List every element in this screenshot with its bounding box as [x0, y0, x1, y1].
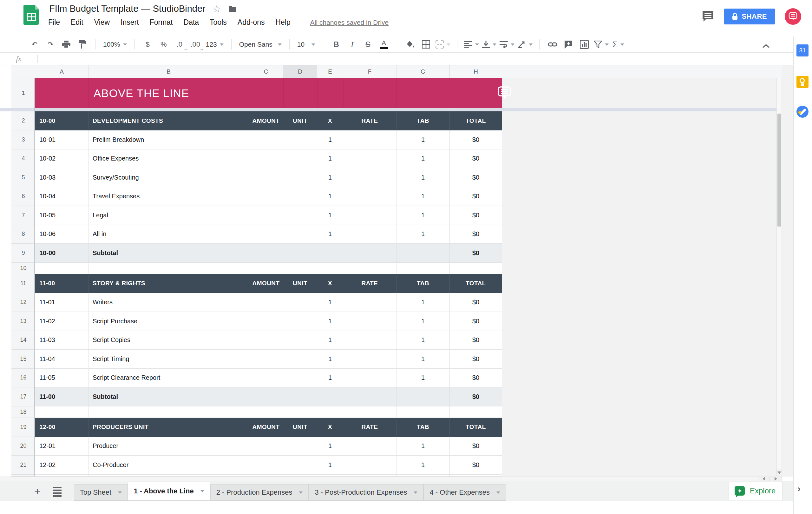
cell[interactable]: RATE — [343, 274, 397, 293]
cell[interactable]: 1 — [397, 187, 450, 206]
row-header[interactable]: 7 — [11, 206, 35, 225]
cell[interactable] — [283, 131, 317, 149]
row-header[interactable]: 11 — [11, 274, 35, 293]
cell[interactable]: $0 — [450, 225, 502, 244]
cell[interactable]: $0 — [450, 168, 502, 187]
cell[interactable] — [283, 456, 317, 475]
functions-button[interactable]: Σ — [612, 38, 625, 51]
cell[interactable] — [343, 350, 397, 369]
cell[interactable] — [249, 406, 283, 418]
increase-decimal-button[interactable]: .00→ — [189, 38, 202, 51]
scroll-right-button[interactable] — [770, 477, 782, 481]
expand-panel-chevron[interactable]: › — [798, 483, 801, 494]
cell[interactable]: Producer — [88, 437, 249, 456]
cell[interactable]: Legal — [88, 206, 249, 225]
cell[interactable]: 10-00 — [35, 244, 88, 263]
cell[interactable]: 1 — [317, 437, 343, 456]
row-header[interactable]: 10 — [11, 263, 35, 274]
cell[interactable]: Survey/Scouting — [88, 168, 249, 187]
row-header[interactable]: 15 — [11, 350, 35, 369]
paint-format-button[interactable] — [76, 38, 88, 51]
cell[interactable] — [397, 263, 450, 274]
cell[interactable]: 12-00 — [35, 418, 88, 437]
cell[interactable]: 1 — [397, 437, 450, 456]
cell[interactable]: 1 — [317, 149, 343, 169]
cell[interactable] — [343, 406, 397, 418]
cell[interactable] — [343, 293, 397, 312]
cell[interactable]: Writers — [88, 293, 249, 312]
cell[interactable]: 11-05 — [35, 369, 88, 388]
column-header-E[interactable]: E — [317, 65, 343, 78]
collapse-toolbar-button[interactable] — [760, 40, 772, 52]
cell[interactable]: TAB — [397, 274, 450, 293]
cell[interactable]: Prelim Breakdown — [88, 131, 249, 149]
cell[interactable]: 11-00 — [35, 388, 88, 406]
cell[interactable] — [317, 406, 343, 418]
cell[interactable]: STORY & RIGHTS — [88, 274, 249, 293]
cell[interactable] — [88, 475, 249, 477]
row-header[interactable]: 17 — [11, 388, 35, 406]
cell[interactable]: RATE — [343, 111, 397, 131]
column-header-D[interactable]: D — [283, 65, 317, 78]
cell[interactable]: 1 — [397, 369, 450, 388]
horizontal-scrollbar[interactable] — [0, 477, 782, 481]
cell[interactable]: $0 — [450, 456, 502, 475]
cell[interactable] — [249, 437, 283, 456]
cell[interactable]: UNIT — [283, 111, 317, 131]
vertical-align-button[interactable] — [482, 38, 496, 51]
cell[interactable] — [249, 263, 283, 274]
cell[interactable]: 10-06 — [35, 225, 88, 244]
cell[interactable]: $0 — [450, 206, 502, 225]
row-header[interactable]: 20 — [11, 437, 35, 456]
cell[interactable]: 10-00 — [35, 111, 88, 131]
sheet-tab-4-other-expenses[interactable]: 4 - Other Expenses — [424, 484, 506, 501]
font-size-select[interactable]: 10 — [295, 38, 318, 51]
sheet-tab-2-production-expenses[interactable]: 2 - Production Expenses — [210, 484, 309, 501]
format-percent-button[interactable]: % — [157, 38, 170, 51]
menu-help[interactable]: Help — [275, 18, 290, 27]
row-header[interactable]: 16 — [11, 369, 35, 388]
cell[interactable]: Script Clearance Report — [88, 369, 249, 388]
column-header-B[interactable]: B — [88, 65, 249, 78]
cell[interactable]: X — [317, 274, 343, 293]
decrease-decimal-button[interactable]: .0← — [173, 38, 186, 51]
cell[interactable]: 11-02 — [35, 312, 88, 331]
cell[interactable] — [283, 312, 317, 331]
cell[interactable]: $0 — [450, 244, 502, 263]
sheet-tab-top-sheet[interactable]: Top Sheet — [74, 484, 128, 501]
zoom-select[interactable]: 100% — [100, 38, 129, 51]
filter-button[interactable] — [594, 38, 609, 51]
row-header[interactable]: 5 — [11, 168, 35, 187]
column-header-A[interactable]: A — [35, 65, 88, 78]
text-color-button[interactable]: A — [377, 38, 390, 51]
column-header-C[interactable]: C — [249, 65, 283, 78]
cell[interactable]: 12-02 — [35, 456, 88, 475]
cell[interactable] — [343, 168, 397, 187]
cell[interactable]: 12-01 — [35, 437, 88, 456]
row-header[interactable]: 14 — [11, 331, 35, 350]
sheet-tab-1-above-the-line[interactable]: 1 - Above the Line — [128, 482, 210, 501]
cell[interactable]: 1 — [317, 312, 343, 331]
cell[interactable]: 1 — [317, 206, 343, 225]
cell[interactable] — [343, 331, 397, 350]
cell[interactable] — [249, 475, 283, 477]
menu-data[interactable]: Data — [184, 18, 199, 27]
comment-history-icon[interactable] — [702, 10, 714, 23]
cell[interactable]: AMOUNT — [249, 274, 283, 293]
cell[interactable]: TOTAL — [450, 418, 502, 437]
cell[interactable]: TOTAL — [450, 111, 502, 131]
scroll-down-button[interactable] — [777, 469, 782, 476]
cell[interactable]: Office Expenses — [88, 149, 249, 169]
cell[interactable] — [317, 475, 343, 477]
row-header[interactable]: 18 — [11, 406, 35, 418]
cell[interactable] — [343, 131, 397, 149]
cell[interactable] — [249, 293, 283, 312]
cell[interactable] — [317, 244, 343, 263]
cell[interactable]: UNIT — [283, 274, 317, 293]
cell[interactable] — [249, 206, 283, 225]
cell[interactable]: RATE — [343, 418, 397, 437]
banner-cell[interactable]: ABOVE THE LINE — [35, 78, 502, 108]
menu-edit[interactable]: Edit — [71, 18, 83, 27]
cell[interactable]: TAB — [397, 418, 450, 437]
cell[interactable]: 1 — [397, 293, 450, 312]
